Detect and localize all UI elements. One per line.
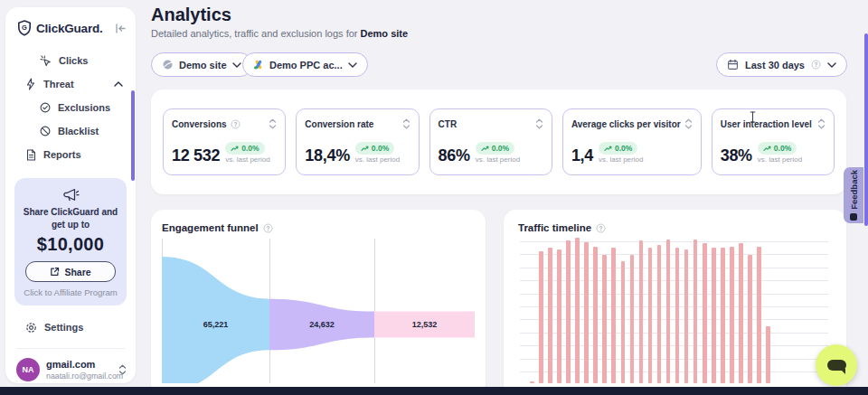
traffic-timeline-chart xyxy=(518,237,832,383)
trend-up-icon xyxy=(231,146,239,152)
kpi-card-conversions: Conversions ? 12 532 0.0% vs. last perio… xyxy=(163,108,286,175)
click-cursor-icon xyxy=(40,55,52,67)
engagement-funnel-chart: 65,22124,63212,532 xyxy=(162,239,475,383)
document-icon xyxy=(25,149,36,161)
kpi-card-conversion-rate: Conversion rate 18,4% 0.0% vs. last peri… xyxy=(296,108,419,175)
promo-amount: $10,000 xyxy=(22,234,119,255)
sidebar-item-label: Threat xyxy=(43,79,74,89)
sort-metric-icon[interactable] xyxy=(684,118,693,129)
sidebar-item-clicks[interactable]: Clicks xyxy=(5,49,136,72)
ppc-account-selector[interactable]: Demo PPC ac... xyxy=(242,52,368,77)
page-title: Analytics xyxy=(151,5,231,25)
sidebar-item-blacklist[interactable]: Blacklist xyxy=(5,119,136,143)
kpi-value: 1,4 xyxy=(571,148,593,164)
text-cursor xyxy=(749,111,757,123)
kpi-label: User interaction level xyxy=(721,119,812,129)
sidebar: G ClickGuard. Clicks Threat Excl xyxy=(5,7,136,383)
sort-metric-icon[interactable] xyxy=(817,118,826,129)
sidebar-item-label: Reports xyxy=(43,149,81,160)
svg-text:?: ? xyxy=(599,224,603,230)
sidebar-item-settings[interactable]: Settings xyxy=(5,315,136,339)
svg-text:24,632: 24,632 xyxy=(309,320,335,329)
kpi-value: 38% xyxy=(721,148,752,164)
account-email: naatali.ro@gmail.com xyxy=(46,371,112,381)
sidebar-scrollbar[interactable] xyxy=(131,90,135,181)
sidebar-item-reports[interactable]: Reports xyxy=(5,143,136,166)
kpi-compare-label: vs. last period xyxy=(476,155,520,164)
logo[interactable]: G ClickGuard. xyxy=(5,20,136,36)
sort-metric-icon[interactable] xyxy=(269,118,277,129)
kpi-label: Average clicks per visitor xyxy=(571,119,681,129)
megaphone-icon xyxy=(22,187,119,202)
date-range-selector[interactable]: Last 30 days ? xyxy=(716,52,847,77)
calendar-icon xyxy=(727,59,739,71)
sidebar-item-label: Clicks xyxy=(59,55,88,66)
collapse-sidebar-icon[interactable] xyxy=(114,23,127,34)
kpi-value: 12 532 xyxy=(172,148,220,164)
chevron-down-icon xyxy=(232,62,241,68)
kpi-compare-label: vs. last period xyxy=(758,155,802,164)
trend-up-icon xyxy=(763,146,771,152)
trend-up-icon xyxy=(481,146,489,152)
account-switcher[interactable]: NA gmail.com naatali.ro@gmail.com xyxy=(5,356,136,381)
trend-badge: 0.0% xyxy=(758,142,797,155)
kpi-compare-label: vs. last period xyxy=(599,155,643,164)
help-icon[interactable]: ? xyxy=(263,223,273,233)
svg-text:?: ? xyxy=(266,224,269,230)
sidebar-item-threat[interactable]: Threat xyxy=(5,72,136,96)
feedback-tab-label: Feedback xyxy=(849,170,859,210)
share-button[interactable]: Share xyxy=(25,261,116,282)
kpi-label: Conversions xyxy=(172,119,227,129)
sidebar-item-label: Settings xyxy=(44,322,83,333)
sidebar-nav: Clicks Threat Exclusions Blacklist xyxy=(5,49,136,166)
kpi-value: 18,4% xyxy=(305,148,350,164)
help-icon[interactable]: ? xyxy=(231,119,241,129)
page-scrollbar[interactable] xyxy=(864,33,868,226)
chat-launcher-button[interactable] xyxy=(816,344,857,386)
kpi-label: Conversion rate xyxy=(305,119,373,129)
sidebar-item-label: Blacklist xyxy=(58,126,99,136)
chat-bubble-icon xyxy=(827,360,846,371)
subtitle-site-name: Demo site xyxy=(361,28,409,39)
trend-badge: 0.0% xyxy=(476,142,514,155)
logo-text: ClickGuard. xyxy=(36,22,109,35)
kpi-compare-label: vs. last period xyxy=(355,155,400,164)
account-name: gmail.com xyxy=(46,359,112,371)
clickguard-shield-icon: G xyxy=(17,20,32,36)
svg-text:G: G xyxy=(22,24,27,32)
check-circle-icon xyxy=(40,102,51,113)
external-link-icon xyxy=(50,267,60,277)
site-selector[interactable]: Demo site xyxy=(151,52,252,77)
chevron-down-icon xyxy=(348,62,357,68)
trend-badge: 0.0% xyxy=(355,142,394,155)
gear-icon xyxy=(25,322,37,334)
help-icon[interactable]: ? xyxy=(596,223,606,233)
chevron-up-icon[interactable] xyxy=(114,81,123,87)
affiliate-promo-card[interactable]: Share ClickGuard and get up to $10,000 S… xyxy=(14,178,127,306)
trend-badge: 0.0% xyxy=(599,142,637,155)
lightning-bolt-icon xyxy=(25,78,36,90)
kpi-value: 86% xyxy=(439,148,470,164)
sort-metric-icon[interactable] xyxy=(535,118,543,129)
svg-text:?: ? xyxy=(815,61,818,68)
kpi-card-avg-clicks: Average clicks per visitor 1,4 0.0% vs. … xyxy=(562,108,702,175)
kpi-label: CTR xyxy=(439,119,458,129)
chevron-updown-icon xyxy=(118,364,127,375)
timeline-chart-title: Traffic timeline xyxy=(518,222,591,233)
svg-text:?: ? xyxy=(233,120,237,127)
funnel-chart-title: Engagement funnel xyxy=(162,222,259,233)
kpi-card-ctr: CTR 86% 0.0% vs. last period xyxy=(429,108,552,175)
traffic-timeline-card: Traffic timeline ? xyxy=(504,210,846,395)
google-ads-icon xyxy=(253,60,264,70)
globe-icon xyxy=(162,59,174,71)
divider xyxy=(16,348,125,349)
sidebar-item-exclusions[interactable]: Exclusions xyxy=(5,96,136,119)
engagement-funnel-card: Engagement funnel ? 65,22124,63212,532 xyxy=(151,210,486,395)
feedback-tab[interactable]: Feedback xyxy=(844,167,863,223)
sort-metric-icon[interactable] xyxy=(402,118,410,129)
kpi-card-interaction-level: User interaction level 38% 0.0% vs. last… xyxy=(712,108,835,175)
affiliate-link[interactable]: Click to Affiliate Program xyxy=(22,287,119,297)
help-icon[interactable]: ? xyxy=(811,60,821,70)
feedback-smiley-icon xyxy=(850,213,857,221)
kpi-summary-panel: Conversions ? 12 532 0.0% vs. last perio… xyxy=(151,89,846,194)
